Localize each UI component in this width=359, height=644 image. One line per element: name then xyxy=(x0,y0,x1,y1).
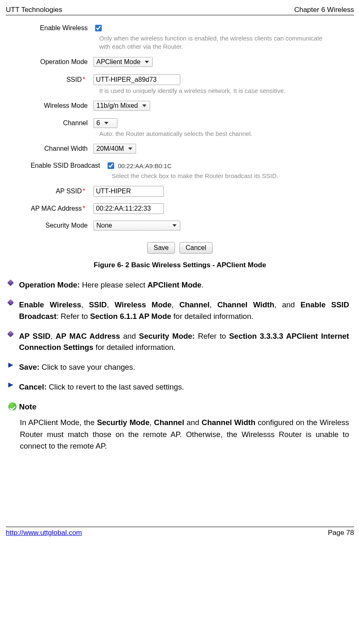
label-ap-ssid: AP SSID* xyxy=(23,188,93,195)
save-button[interactable]: Save xyxy=(147,242,175,254)
chevron-down-icon xyxy=(104,122,108,124)
hint-enable-wireless: Only when the wireless function is enabl… xyxy=(99,34,337,51)
input-ap-mac[interactable] xyxy=(93,203,164,214)
mac-text: 00:22:AA:A9:B0:1C xyxy=(118,162,172,169)
checkbox-enable-ssid-broadcast[interactable] xyxy=(108,162,114,169)
label-enable-ssid-broadcast: Enable SSID Broadcast xyxy=(23,162,106,169)
label-ap-mac: AP MAC Address* xyxy=(23,205,93,212)
diamond-icon xyxy=(7,280,14,286)
header-left: UTT Technologies xyxy=(6,6,62,14)
hint-ssid-broadcast: Select the check box to make the Router … xyxy=(112,172,337,180)
diamond-icon xyxy=(7,330,14,337)
hint-channel: Auto: the Router automatically selects t… xyxy=(99,130,337,138)
select-value: 20M/40M xyxy=(96,145,124,152)
select-channel-width[interactable]: 20M/40M xyxy=(93,144,136,154)
hint-ssid: It is used to uniquely identify a wirele… xyxy=(99,87,337,95)
select-wireless-mode[interactable]: 11b/g/n Mixed xyxy=(93,101,150,111)
note-heading: Note xyxy=(19,401,349,413)
check-circle-icon xyxy=(8,402,17,411)
bullet-cancel: Cancel: Click to revert to the last save… xyxy=(19,381,349,393)
input-ap-ssid[interactable] xyxy=(93,186,164,197)
chevron-down-icon xyxy=(172,224,177,227)
select-value: APClient Mode xyxy=(96,58,141,66)
settings-form: Enable Wireless Only when the wireless f… xyxy=(23,24,337,254)
bullet-save: Save: Click to save your changes. xyxy=(19,361,349,373)
select-value: None xyxy=(96,222,112,229)
select-operation-mode[interactable]: APClient Mode xyxy=(93,57,153,67)
label-wireless-mode: Wireless Mode xyxy=(23,102,93,109)
note-body: In APClient Mode, the Securtiy Mode, Cha… xyxy=(20,417,349,452)
label-channel: Channel xyxy=(23,119,93,127)
page-header: UTT Technologies Chapter 6 Wireless xyxy=(6,6,354,15)
footer-page: Page 78 xyxy=(328,529,354,537)
label-enable-wireless: Enable Wireless xyxy=(23,24,93,32)
figure-caption: Figure 6- 2 Basic Wireless Settings - AP… xyxy=(6,261,354,269)
chevron-down-icon xyxy=(145,61,149,63)
bullet-ap-fields: AP SSID, AP MAC Address and Security Mod… xyxy=(19,330,349,354)
select-value: 11b/g/n Mixed xyxy=(96,102,138,109)
header-right: Chapter 6 Wireless xyxy=(294,6,354,14)
input-ssid[interactable] xyxy=(93,74,180,85)
diamond-icon xyxy=(7,299,14,306)
arrow-icon xyxy=(8,363,13,368)
checkbox-enable-wireless[interactable] xyxy=(95,25,102,31)
label-ssid: SSID* xyxy=(23,76,93,83)
label-operation-mode: Operation Mode xyxy=(23,58,93,66)
page-footer: http://www.uttglobal.com Page 78 xyxy=(6,527,354,537)
arrow-icon xyxy=(8,383,13,387)
label-security-mode: Security Mode xyxy=(23,222,93,229)
bullet-basic-fields: Enable Wireless, SSID, Wireless Mode, Ch… xyxy=(19,299,349,322)
select-security-mode[interactable]: None xyxy=(93,221,180,231)
cancel-button[interactable]: Cancel xyxy=(180,242,213,254)
select-value: 6 xyxy=(96,119,100,127)
select-channel[interactable]: 6 xyxy=(93,118,117,128)
chevron-down-icon xyxy=(142,105,146,107)
label-channel-width: Channel Width xyxy=(23,145,93,152)
chevron-down-icon xyxy=(128,147,132,150)
footer-url[interactable]: http://www.uttglobal.com xyxy=(6,529,82,537)
bullet-operation-mode: Operation Mode: Here please select APCli… xyxy=(19,279,349,291)
